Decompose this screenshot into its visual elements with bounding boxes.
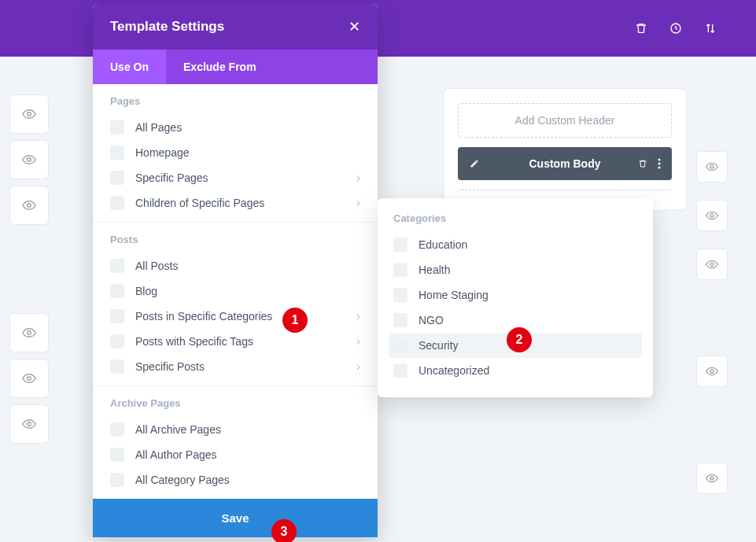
svg-point-11 [710, 214, 714, 217]
modal-title: Template Settings [110, 19, 224, 35]
checkbox[interactable] [110, 473, 124, 487]
opt-specific-pages[interactable]: Specific Pages› [110, 165, 360, 190]
trash-icon[interactable] [637, 158, 648, 169]
left-eye-group-2 [9, 313, 49, 450]
flyout-title: Categories [393, 212, 642, 224]
kebab-icon[interactable] [658, 158, 661, 169]
svg-point-5 [28, 377, 31, 381]
checkbox[interactable] [110, 334, 124, 348]
checkbox[interactable] [110, 359, 124, 374]
visibility-toggle[interactable] [696, 151, 728, 183]
save-button[interactable]: Save [93, 499, 378, 537]
close-icon[interactable]: ✕ [348, 18, 360, 35]
opt-posts-specific-categories[interactable]: Posts in Specific Categories› [110, 304, 360, 329]
section-pages: Pages All Pages Homepage Specific Pages›… [93, 84, 378, 223]
visibility-toggle[interactable] [9, 94, 49, 134]
sort-icon[interactable] [703, 20, 718, 36]
right-eye-column [696, 151, 728, 500]
chevron-right-icon: › [356, 359, 360, 374]
visibility-toggle[interactable] [9, 140, 49, 179]
visibility-toggle[interactable] [696, 356, 728, 387]
section-title-posts: Posts [110, 234, 360, 245]
svg-point-14 [710, 477, 714, 480]
checkbox[interactable] [393, 338, 408, 352]
chevron-right-icon: › [356, 171, 360, 185]
left-eye-group-1 [9, 94, 49, 231]
visibility-toggle[interactable] [9, 186, 49, 225]
opt-specific-posts[interactable]: Specific Posts› [110, 354, 360, 379]
svg-point-9 [658, 167, 661, 169]
template-settings-modal: Template Settings ✕ Use On Exclude From … [93, 4, 378, 537]
section-posts: Posts All Posts Blog Posts in Specific C… [93, 223, 378, 386]
custom-body-row[interactable]: Custom Body [458, 147, 672, 180]
chevron-right-icon: › [356, 334, 360, 348]
template-card: Add Custom Header Custom Body [443, 88, 687, 211]
section-title-archive: Archive Pages [110, 397, 360, 409]
checkbox[interactable] [393, 288, 408, 302]
checkbox[interactable] [393, 313, 408, 327]
opt-posts-specific-tags[interactable]: Posts with Specific Tags› [110, 329, 360, 354]
checkbox[interactable] [110, 146, 124, 160]
category-home-staging[interactable]: Home Staging [389, 282, 642, 308]
dashed-divider [458, 190, 672, 196]
checkbox[interactable] [110, 284, 124, 298]
checkbox[interactable] [393, 238, 408, 252]
svg-point-6 [28, 422, 31, 426]
visibility-toggle[interactable] [696, 249, 728, 280]
checkbox[interactable] [393, 263, 408, 277]
clock-icon[interactable] [668, 20, 684, 36]
chevron-right-icon: › [356, 309, 360, 323]
checkbox[interactable] [110, 171, 124, 185]
svg-point-1 [28, 112, 31, 116]
add-header-label: Add Custom Header [515, 114, 615, 127]
category-education[interactable]: Education [389, 232, 642, 257]
category-health[interactable]: Health [389, 257, 642, 282]
checkbox[interactable] [393, 363, 408, 378]
modal-header: Template Settings ✕ [93, 4, 378, 50]
checkbox[interactable] [110, 196, 124, 210]
tab-exclude-from[interactable]: Exclude From [166, 50, 274, 84]
annotation-badge-2: 2 [507, 327, 532, 352]
section-title-pages: Pages [110, 95, 360, 107]
svg-point-7 [658, 159, 661, 161]
svg-point-8 [658, 163, 661, 165]
checkbox[interactable] [110, 120, 124, 135]
checkbox[interactable] [110, 259, 124, 273]
opt-all-category[interactable]: All Category Pages [110, 467, 360, 492]
save-label: Save [221, 511, 249, 525]
visibility-toggle[interactable] [696, 463, 728, 494]
annotation-badge-3: 3 [271, 519, 297, 542]
annotation-badge-1: 1 [282, 308, 308, 333]
opt-all-archive[interactable]: All Archive Pages [110, 417, 360, 442]
chevron-right-icon: › [356, 196, 360, 210]
opt-children-specific-pages[interactable]: Children of Specific Pages› [110, 190, 360, 216]
section-archive: Archive Pages All Archive Pages All Auth… [93, 386, 378, 499]
categories-flyout: Categories Education Health Home Staging… [378, 198, 653, 397]
opt-all-posts[interactable]: All Posts [110, 253, 360, 278]
opt-all-pages[interactable]: All Pages [110, 115, 360, 140]
svg-point-2 [28, 158, 31, 162]
svg-point-10 [710, 165, 714, 168]
visibility-toggle[interactable] [9, 313, 49, 352]
tab-bar: Use On Exclude From [93, 50, 378, 84]
visibility-toggle[interactable] [696, 200, 728, 231]
opt-blog[interactable]: Blog [110, 278, 360, 304]
pencil-icon[interactable] [469, 158, 480, 169]
checkbox[interactable] [110, 309, 124, 323]
svg-point-13 [710, 370, 714, 373]
opt-all-author[interactable]: All Author Pages [110, 442, 360, 467]
checkbox[interactable] [110, 448, 124, 462]
add-custom-header-button[interactable]: Add Custom Header [458, 103, 672, 138]
opt-homepage[interactable]: Homepage [110, 140, 360, 165]
checkbox[interactable] [110, 422, 124, 437]
category-uncategorized[interactable]: Uncategorized [389, 358, 642, 383]
svg-point-3 [28, 204, 31, 208]
tab-use-on[interactable]: Use On [93, 50, 166, 84]
visibility-toggle[interactable] [9, 404, 49, 444]
svg-point-12 [710, 263, 714, 266]
trash-icon[interactable] [633, 20, 649, 36]
svg-point-4 [28, 331, 31, 335]
visibility-toggle[interactable] [9, 359, 49, 398]
